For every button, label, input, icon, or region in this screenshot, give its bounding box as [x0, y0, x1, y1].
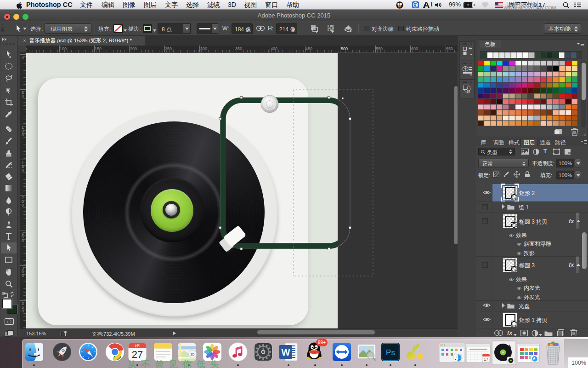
svg-text:3D: 3D [191, 353, 195, 356]
svg-text:Ps: Ps [386, 348, 395, 357]
svg-text:17: 17 [484, 357, 488, 362]
svg-text:W: W [282, 347, 290, 357]
svg-text:9月: 9月 [135, 344, 140, 348]
